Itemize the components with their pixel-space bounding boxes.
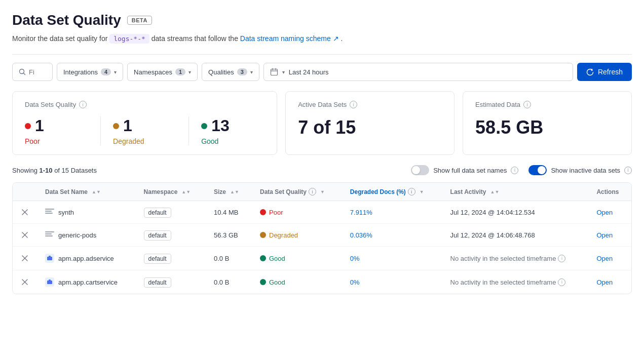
no-activity-text: No activity in the selected timeframe i <box>450 255 581 262</box>
table-row: apm.app.adservice default 0.0 B Good 0% … <box>13 247 631 270</box>
open-link[interactable]: Open <box>596 209 613 216</box>
poor-metric: 1 Poor <box>25 116 101 145</box>
actions-cell: Open <box>588 270 631 294</box>
expand-button[interactable] <box>21 231 29 239</box>
inactive-toggle[interactable] <box>528 165 547 175</box>
namespace-cell: default <box>136 224 206 247</box>
quality-label: Good <box>269 279 285 286</box>
size-cell: 0.0 B <box>206 270 252 294</box>
activity-sort-icon: ▲▼ <box>490 189 500 194</box>
stats-row: Data Sets Quality i 1 Poor 1 Degraded <box>12 91 632 155</box>
namespace-sort-icon: ▲▼ <box>181 189 191 194</box>
quality-dot <box>260 209 266 215</box>
refresh-button[interactable]: Refresh <box>577 63 632 81</box>
svg-rect-2 <box>271 69 277 75</box>
inactive-info-icon[interactable]: i <box>624 167 632 174</box>
quality-col-info-icon[interactable]: i <box>309 188 316 195</box>
degraded-pct-value: 0.036% <box>350 231 372 239</box>
name-cell: synth <box>37 201 136 224</box>
degraded-pct-cell: 0% <box>342 247 442 270</box>
search-icon <box>19 68 26 75</box>
activity-col-header[interactable]: Last Activity ▲▼ <box>442 183 589 201</box>
namespaces-label: Namespaces <box>134 68 172 76</box>
degraded-col-header[interactable]: Degraded Docs (%) i ▼ <box>342 183 442 201</box>
last-activity-value: Jul 12, 2024 @ 14:06:48.768 <box>450 231 535 239</box>
degraded-label: Degraded <box>113 137 176 145</box>
activity-cell: Jul 12, 2024 @ 14:04:12.534 <box>442 201 589 224</box>
namespace-cell: default <box>136 201 206 224</box>
last-activity-value: Jul 12, 2024 @ 14:04:12.534 <box>450 209 535 216</box>
quality-metrics: 1 Poor 1 Degraded 13 Good <box>25 116 264 145</box>
degraded-pct-value: 0% <box>350 255 360 262</box>
showing-text: Showing 1-10 of 15 Datasets <box>12 167 97 174</box>
integrations-filter[interactable]: Integrations 4 ▾ <box>57 63 123 81</box>
open-link[interactable]: Open <box>596 255 613 262</box>
showing-mid: of 15 Datasets <box>54 167 97 174</box>
estimated-card-title: Estimated Data <box>475 101 520 108</box>
time-range-picker[interactable]: ▾ Last 24 hours <box>263 63 573 81</box>
namespace-badge: default <box>144 277 171 288</box>
degraded-metric: 1 Degraded <box>113 116 189 145</box>
quality-label: Degraded <box>269 231 298 239</box>
quality-label: Good <box>269 255 285 262</box>
poor-label: Poor <box>25 137 88 145</box>
open-link[interactable]: Open <box>596 231 613 239</box>
svg-rect-16 <box>47 281 52 284</box>
quality-dot <box>260 255 266 261</box>
degraded-pct-cell: 0% <box>342 270 442 294</box>
size-col-header[interactable]: Size ▲▼ <box>206 183 252 201</box>
open-link[interactable]: Open <box>596 279 613 286</box>
toolbar: Fi Integrations 4 ▾ Namespaces 1 ▾ Quali… <box>12 63 632 81</box>
no-activity-text: No activity in the selected timeframe i <box>450 279 581 286</box>
degraded-pct-cell: 7.911% <box>342 201 442 224</box>
quality-cell: Good <box>252 247 342 270</box>
qualities-filter[interactable]: Qualities 3 ▾ <box>202 63 259 81</box>
expand-button[interactable] <box>21 254 29 262</box>
quality-dot <box>260 279 266 285</box>
name-col-header[interactable]: Data Set Name ▲▼ <box>37 183 136 201</box>
estimated-info-icon[interactable]: i <box>523 101 531 108</box>
apm-icon <box>45 277 54 287</box>
chevron-down-icon: ▾ <box>188 69 191 75</box>
good-metric: 13 Good <box>201 116 264 145</box>
full-names-toggle[interactable] <box>411 165 429 175</box>
degraded-pct-value: 0% <box>350 279 360 286</box>
table-row: synth default 10.4 MB Poor 7.911% Jul 12… <box>13 201 631 224</box>
degraded-col-info-icon[interactable]: i <box>408 188 415 195</box>
estimated-value: 58.5 GB <box>475 116 619 138</box>
subtitle: Monitor the data set quality for logs-*-… <box>12 33 632 44</box>
no-activity-info-icon[interactable]: i <box>558 279 565 286</box>
actions-cell: Open <box>588 224 631 247</box>
dataset-name: generic-pods <box>58 231 96 239</box>
quality-dot <box>260 232 266 238</box>
svg-rect-17 <box>49 280 51 281</box>
quality-col-header[interactable]: Data Set Quality i ▼ <box>252 183 342 201</box>
size-cell: 10.4 MB <box>206 201 252 224</box>
quality-info-icon[interactable]: i <box>79 101 87 108</box>
full-names-info-icon[interactable]: i <box>511 167 518 174</box>
name-cell: apm.app.cartservice <box>37 270 136 294</box>
search-text: Fi <box>29 68 34 76</box>
no-activity-info-icon[interactable]: i <box>558 255 565 262</box>
table-row: generic-pods default 56.3 GB Degraded 0.… <box>13 224 631 247</box>
quality-card: Data Sets Quality i 1 Poor 1 Degraded <box>12 91 277 155</box>
full-names-toggle-knob <box>412 166 420 174</box>
search-box[interactable]: Fi <box>12 63 53 81</box>
svg-rect-12 <box>47 257 52 260</box>
inactive-label: Show inactive data sets <box>551 167 620 174</box>
showing-range: 1-10 <box>39 167 52 174</box>
name-sort-icon: ▲▼ <box>92 189 101 194</box>
expand-cell <box>13 270 37 294</box>
qualities-label: Qualities <box>208 68 234 76</box>
namespaces-filter[interactable]: Namespaces 1 ▾ <box>127 63 198 81</box>
expand-button[interactable] <box>21 278 29 286</box>
quality-cell: Degraded <box>252 224 342 247</box>
active-card-title: Active Data Sets <box>298 101 347 108</box>
actions-cell: Open <box>588 247 631 270</box>
degraded-sort-icon: ▼ <box>420 189 424 194</box>
quality-sort-icon: ▼ <box>320 189 325 194</box>
data-stream-naming-link[interactable]: Data stream naming scheme ↗ <box>240 34 341 43</box>
active-info-icon[interactable]: i <box>350 101 357 108</box>
expand-button[interactable] <box>21 208 29 216</box>
namespace-col-header[interactable]: Namespace ▲▼ <box>136 183 206 201</box>
